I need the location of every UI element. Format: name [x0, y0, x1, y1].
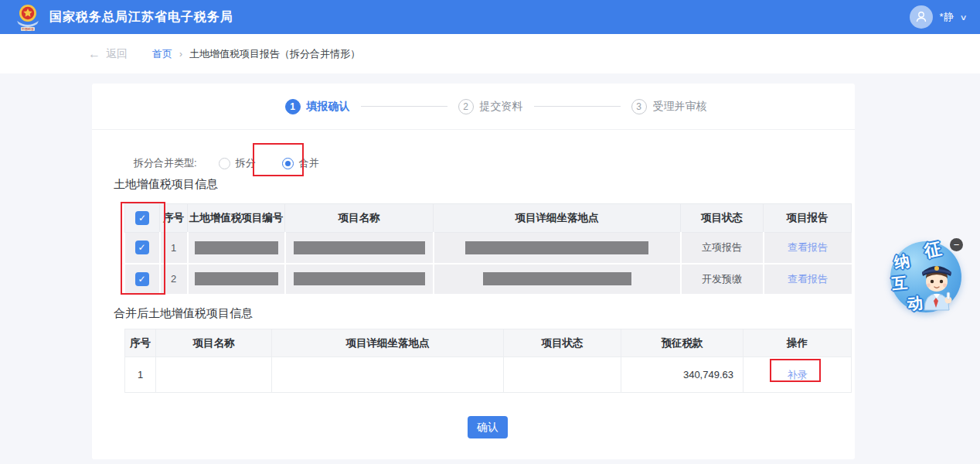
select-all-checkbox[interactable]: ✓ [135, 211, 149, 225]
col-location: 项目详细坐落地点 [272, 329, 504, 357]
view-report-link-1[interactable]: 查看报告 [788, 241, 828, 253]
supplement-entry-link[interactable]: 补录 [788, 369, 808, 380]
tax-emblem-logo: 中国税务 [14, 2, 42, 32]
back-arrow-icon: ← [88, 47, 100, 61]
back-label: 返回 [106, 47, 128, 61]
merged-row-1-seq: 1 [125, 357, 156, 393]
app-header: 中国税务 国家税务总局江苏省电子税务局 *静 ∨ [0, 0, 980, 34]
col-name: 项目名称 [156, 329, 272, 357]
col-project-name: 项目名称 [285, 204, 434, 233]
split-merge-selector: 拆分合并类型: 拆分 合并 [134, 152, 324, 175]
redacted-project-location [465, 241, 648, 254]
breadcrumb-bar: ← 返回 首页 › 土地增值税项目报告（拆分合并情形） [0, 34, 980, 73]
project-table-header-row: ✓ 序号 土地增值税项目编号 项目名称 项目详细坐落地点 项目状态 项目报告 [125, 204, 852, 233]
step-2-label: 提交资料 [480, 100, 523, 114]
step-1-number: 1 [285, 99, 301, 114]
assistant-char: 互 [891, 275, 908, 292]
row-2-status: 开发预缴 [681, 264, 764, 295]
merged-row-1-name [156, 357, 272, 393]
col-project-report: 项目报告 [764, 204, 852, 233]
step-1: 1 填报确认 [285, 99, 350, 114]
merged-row-1-prepaid-tax: 340,749.63 [621, 357, 744, 393]
assistant-char: 征 [923, 240, 943, 260]
user-avatar[interactable] [910, 5, 933, 29]
col-seq: 序号 [160, 204, 188, 233]
check-icon: ✓ [138, 274, 145, 285]
radio-option-merge-label: 合并 [299, 156, 319, 170]
radio-option-split-label: 拆分 [236, 156, 256, 170]
chevron-down-icon: ∨ [959, 13, 967, 22]
confirm-button[interactable]: 确认 [468, 416, 508, 438]
assistant-char: 纳 [893, 252, 910, 270]
merged-table-title: 合并后土地增值税项目信息 [114, 306, 253, 321]
row-2-seq: 2 [160, 264, 188, 295]
person-icon [914, 10, 928, 24]
split-merge-label: 拆分合并类型: [134, 156, 197, 170]
assistant-char: 动 [907, 295, 923, 311]
merged-row-1-status [504, 357, 621, 393]
breadcrumb-current: 土地增值税项目报告（拆分合并情形） [189, 47, 360, 61]
row-1-status: 立项报告 [681, 233, 764, 264]
app-title: 国家税务总局江苏省电子税务局 [49, 9, 233, 26]
project-table: ✓ 序号 土地增值税项目编号 项目名称 项目详细坐落地点 项目状态 项目报告 ✓… [124, 203, 852, 295]
row-2-checkbox[interactable]: ✓ [135, 272, 149, 286]
col-prepaid-tax: 预征税款 [621, 329, 744, 357]
step-2-number: 2 [458, 99, 474, 114]
radio-option-split[interactable]: 拆分 [219, 156, 256, 170]
redacted-project-name [294, 272, 425, 285]
radio-option-merge[interactable]: 合并 [277, 156, 324, 170]
step-wizard: 1 填报确认 2 提交资料 3 受理并审核 [92, 84, 855, 130]
step-connector [361, 106, 447, 107]
col-project-status: 项目状态 [681, 204, 764, 233]
merged-table: 序号 项目名称 项目详细坐落地点 项目状态 预征税款 操作 1 340,749.… [124, 329, 852, 393]
radio-icon [219, 158, 230, 169]
radio-selected-icon [282, 158, 294, 169]
merged-row-1-location [272, 357, 504, 393]
user-name: *静 [940, 10, 954, 24]
check-icon: ✓ [138, 242, 145, 253]
view-report-link-2[interactable]: 查看报告 [788, 273, 828, 285]
redacted-project-location [483, 272, 631, 285]
main-card: 1 填报确认 2 提交资料 3 受理并审核 拆分合并类型: 拆分 合并 土地增值… [92, 84, 855, 459]
back-button[interactable]: ← 返回 [88, 47, 128, 61]
redacted-project-code [195, 272, 278, 285]
project-row-1: ✓ 1 立项报告 查看报告 [125, 233, 852, 264]
assistant-minimize-button[interactable]: − [950, 238, 963, 251]
redacted-project-name [294, 241, 425, 254]
row-1-checkbox[interactable]: ✓ [135, 241, 149, 254]
redacted-project-code [195, 241, 278, 254]
step-3-label: 受理并审核 [653, 100, 707, 114]
merged-row-1: 1 340,749.63 补录 [125, 357, 852, 393]
breadcrumb-separator-icon: › [179, 49, 182, 60]
row-1-seq: 1 [160, 233, 188, 264]
page: { "header": { "app_title": "国家税务总局江苏省电子税… [0, 0, 980, 464]
merged-table-header-row: 序号 项目名称 项目详细坐落地点 项目状态 预征税款 操作 [125, 329, 852, 357]
step-1-label: 填报确认 [307, 100, 350, 114]
step-connector [534, 106, 621, 107]
minus-icon: − [954, 240, 960, 250]
col-status: 项目状态 [504, 329, 621, 357]
col-action: 操作 [744, 329, 852, 357]
step-3: 3 受理并审核 [631, 99, 707, 114]
breadcrumb-home[interactable]: 首页 [152, 47, 172, 61]
user-menu[interactable]: *静 ∨ [910, 5, 966, 29]
col-project-location: 项目详细坐落地点 [434, 204, 681, 233]
check-icon: ✓ [138, 213, 146, 223]
col-project-code: 土地增值税项目编号 [188, 204, 285, 233]
step-2: 2 提交资料 [458, 99, 523, 114]
project-table-title: 土地增值税项目信息 [114, 177, 218, 192]
col-seq: 序号 [125, 329, 156, 357]
step-3-number: 3 [631, 99, 647, 114]
svg-text:中国税务: 中国税务 [22, 27, 34, 31]
project-row-2: ✓ 2 开发预缴 查看报告 [125, 264, 852, 295]
